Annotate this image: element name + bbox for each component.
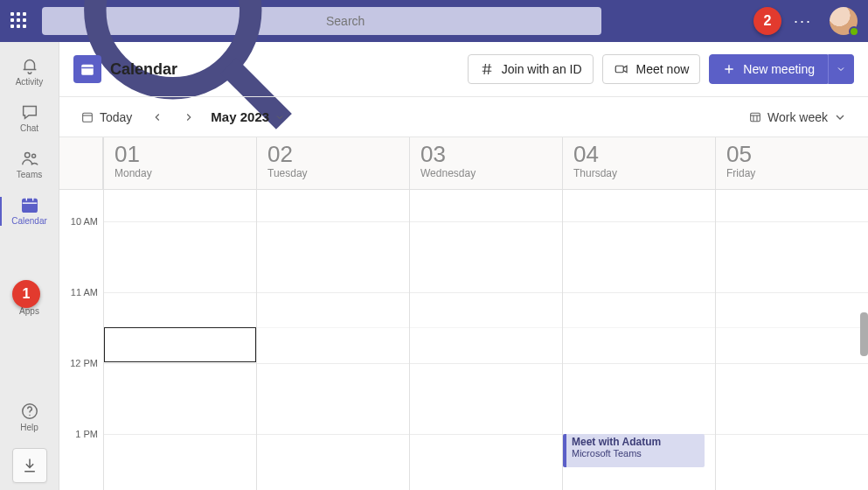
rail-label: Chat xyxy=(20,123,38,133)
svg-point-3 xyxy=(31,154,35,158)
day-header[interactable]: 01 Monday xyxy=(103,137,256,189)
month-label: May 2023 xyxy=(211,109,269,124)
day-column-wed[interactable] xyxy=(409,190,562,490)
day-name: Thursday xyxy=(573,167,705,179)
calendar-event[interactable]: Meet with Adatum Microsoft Teams xyxy=(563,434,705,467)
hour-label: 1 PM xyxy=(59,429,103,490)
today-button[interactable]: Today xyxy=(73,104,139,130)
new-meeting-button[interactable]: New meeting xyxy=(709,54,828,84)
day-name: Tuesday xyxy=(267,167,399,179)
hour-label: 11 AM xyxy=(59,287,103,358)
day-column-mon[interactable] xyxy=(103,190,256,490)
workweek-icon xyxy=(748,110,762,124)
button-label: New meeting xyxy=(743,62,815,76)
calendar-today-icon xyxy=(80,110,94,124)
button-label: Today xyxy=(100,110,132,124)
svg-rect-4 xyxy=(22,200,37,213)
rail-label: Apps xyxy=(19,306,39,316)
event-title: Meet with Adatum xyxy=(572,436,699,448)
chevron-down-icon xyxy=(274,112,285,122)
button-label: Meet now xyxy=(636,62,690,76)
scrollbar[interactable] xyxy=(860,190,868,490)
svg-point-13 xyxy=(29,415,30,416)
download-button[interactable] xyxy=(12,448,47,483)
rail-label: Help xyxy=(20,423,38,432)
button-label: Join with an ID xyxy=(502,62,582,76)
hash-icon xyxy=(479,61,495,77)
download-icon xyxy=(21,457,38,474)
calendar-header: Calendar Join with an ID Meet now New me… xyxy=(59,42,868,97)
calendar-icon xyxy=(20,195,39,214)
bell-icon xyxy=(20,56,39,75)
rail-teams[interactable]: Teams xyxy=(0,142,59,188)
day-header[interactable]: 05 Friday xyxy=(715,137,868,189)
day-column-thu[interactable]: Meet with Adatum Microsoft Teams xyxy=(562,190,715,490)
day-name: Friday xyxy=(726,167,858,179)
hour-label: 10 AM xyxy=(59,216,103,287)
rail-label: Activity xyxy=(16,77,44,87)
rail-chat[interactable]: Chat xyxy=(0,95,59,142)
rail-activity[interactable]: Activity xyxy=(0,49,59,95)
day-header-row: 01 Monday 02 Tuesday 03 Wednesday 04 Thu… xyxy=(59,137,868,190)
main-panel: Calendar Join with an ID Meet now New me… xyxy=(59,42,868,490)
day-number: 05 xyxy=(726,143,858,165)
event-subtitle: Microsoft Teams xyxy=(572,448,699,458)
day-column-tue[interactable] xyxy=(256,190,409,490)
svg-rect-18 xyxy=(83,113,93,122)
chevron-left-icon xyxy=(151,111,163,123)
calendar-app-icon xyxy=(73,55,101,83)
day-header[interactable]: 04 Thursday xyxy=(562,137,715,189)
hour-label: 12 PM xyxy=(59,358,103,429)
top-bar: 2 ··· xyxy=(0,0,868,42)
presence-available-icon xyxy=(849,26,859,37)
calendar-grid: 10 AM 11 AM 12 PM 1 PM xyxy=(59,190,868,490)
next-week-button[interactable] xyxy=(176,104,202,130)
chat-icon xyxy=(20,102,39,122)
app-launcher-icon[interactable] xyxy=(10,12,28,30)
day-column-fri[interactable] xyxy=(715,190,868,490)
day-name: Monday xyxy=(115,167,246,179)
plus-icon xyxy=(722,62,736,76)
annotation-2: 2 xyxy=(753,7,781,35)
video-icon xyxy=(614,61,629,77)
rail-label: Calendar xyxy=(11,216,47,226)
new-meeting-dropdown[interactable] xyxy=(828,54,854,84)
prev-week-button[interactable] xyxy=(144,104,170,130)
chevron-down-icon xyxy=(836,64,846,74)
chevron-right-icon xyxy=(183,111,195,123)
chevron-down-icon xyxy=(833,110,847,124)
more-icon[interactable]: ··· xyxy=(790,9,816,34)
selected-slot[interactable] xyxy=(104,327,256,362)
day-columns: Meet with Adatum Microsoft Teams xyxy=(103,190,868,490)
new-meeting-split-button: New meeting xyxy=(709,54,854,84)
day-header[interactable]: 02 Tuesday xyxy=(256,137,409,189)
meet-now-button[interactable]: Meet now xyxy=(602,54,701,84)
svg-rect-20 xyxy=(751,113,760,121)
svg-point-2 xyxy=(24,153,30,158)
rail-help[interactable]: Help xyxy=(0,395,59,441)
time-gutter: 10 AM 11 AM 12 PM 1 PM xyxy=(59,190,103,490)
rail-calendar[interactable]: Calendar xyxy=(0,188,59,234)
scrollbar-thumb[interactable] xyxy=(860,312,868,356)
rail-label: Teams xyxy=(17,170,42,179)
search-box[interactable] xyxy=(42,7,601,35)
annotation-1: 1 xyxy=(12,280,40,308)
day-number: 03 xyxy=(420,143,552,165)
day-number: 02 xyxy=(267,143,399,165)
view-switcher[interactable]: Work week xyxy=(741,104,854,130)
join-with-id-button[interactable]: Join with an ID xyxy=(468,54,594,84)
page-title: Calendar xyxy=(110,60,177,79)
view-label: Work week xyxy=(767,110,828,124)
month-picker[interactable]: May 2023 xyxy=(207,109,288,124)
day-name: Wednesday xyxy=(420,167,552,179)
day-header[interactable]: 03 Wednesday xyxy=(409,137,562,189)
avatar[interactable] xyxy=(830,7,858,35)
day-number: 04 xyxy=(573,143,705,165)
app-rail: Activity Chat Teams Calendar 1 Apps xyxy=(0,42,59,490)
help-icon xyxy=(20,402,39,421)
search-input[interactable] xyxy=(324,13,593,29)
calendar-toolbar: Today May 2023 Work week xyxy=(59,97,868,137)
svg-rect-17 xyxy=(615,66,623,73)
teams-icon xyxy=(20,149,39,168)
day-number: 01 xyxy=(115,143,246,165)
